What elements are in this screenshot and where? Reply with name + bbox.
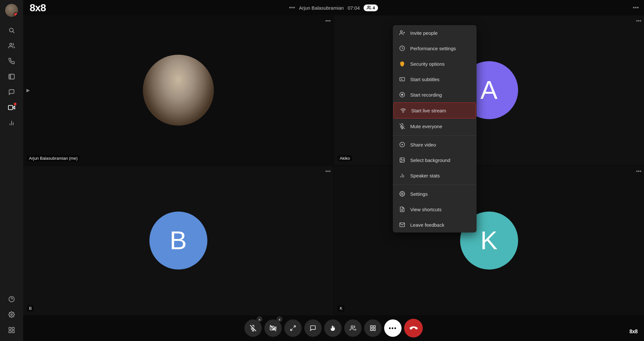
menu-item-share-video[interactable]: Share video — [393, 137, 477, 152]
tune-icon — [399, 45, 406, 52]
avatar-badge — [14, 12, 18, 17]
mic-off-icon — [399, 123, 406, 130]
main-content: 8x8 ••• Arjun Balasubramian 07:04 4 ••• … — [23, 0, 644, 341]
svg-point-2 — [10, 43, 12, 46]
menu-item-security[interactable]: Security options — [393, 56, 477, 71]
menu-item-subtitles[interactable]: Start subtitles — [393, 71, 477, 87]
mic-button[interactable]: ▲ — [244, 319, 262, 337]
sidebar-item-messages[interactable] — [5, 85, 19, 99]
menu-settings-label: Settings — [410, 191, 428, 197]
menu-separator-2 — [393, 185, 477, 185]
share-screen-button[interactable] — [284, 319, 302, 337]
svg-rect-18 — [12, 331, 14, 333]
menu-item-mute-all[interactable]: Mute everyone — [393, 118, 477, 134]
svg-point-14 — [11, 314, 13, 316]
sidebar-item-calls[interactable] — [5, 54, 19, 68]
menu-speaker-stats-label: Speaker stats — [410, 173, 440, 178]
svg-rect-52 — [374, 329, 375, 331]
video-cell-b: B B ••• — [23, 166, 333, 316]
layout-button[interactable] — [364, 319, 382, 337]
menu-item-performance[interactable]: Performance settings — [393, 41, 477, 56]
expand-arrow-arjun[interactable]: ▶ — [26, 88, 30, 93]
svg-point-0 — [9, 28, 13, 32]
svg-point-20 — [400, 31, 402, 33]
svg-rect-24 — [400, 78, 405, 81]
akiko-cell-more[interactable]: ••• — [636, 18, 641, 24]
svg-rect-16 — [12, 327, 14, 330]
video-cell-k: K K ••• — [334, 166, 644, 316]
sidebar-item-settings[interactable] — [5, 308, 19, 322]
menu-livestream-label: Start live stream — [411, 108, 446, 113]
menu-feedback-label: Leave feedback — [410, 222, 444, 228]
video-cell-arjun: ▶ Arjun Balasubramian (me) ••• — [23, 15, 333, 165]
camera-chevron[interactable]: ▲ — [277, 316, 282, 322]
menu-item-settings[interactable]: Settings — [393, 186, 477, 202]
app-logo: 8x8 — [30, 2, 46, 14]
topbar-more-button[interactable]: ••• — [633, 5, 639, 11]
svg-rect-50 — [371, 326, 373, 328]
camera-button[interactable]: ▲ — [264, 319, 282, 337]
sidebar-item-analytics[interactable] — [5, 116, 19, 130]
sidebar-item-support[interactable] — [5, 292, 19, 306]
user-avatar[interactable] — [5, 4, 18, 17]
menu-separator-1 — [393, 135, 477, 136]
svg-marker-32 — [402, 144, 403, 146]
more-actions-button[interactable]: ••• — [384, 319, 402, 337]
svg-point-34 — [401, 159, 402, 159]
video-grid: ▶ Arjun Balasubramian (me) ••• A Akiko •… — [23, 15, 644, 315]
shield-icon — [399, 60, 406, 67]
menu-item-speaker-stats[interactable]: Speaker stats — [393, 168, 477, 183]
menu-item-invite[interactable]: Invite people — [393, 25, 477, 41]
arjun-avatar — [143, 55, 214, 126]
sidebar-item-contacts[interactable] — [5, 39, 19, 53]
sidebar — [0, 0, 23, 341]
person-add-icon — [399, 29, 406, 36]
svg-point-26 — [402, 94, 403, 96]
topbar-center: ••• Arjun Balasubramian 07:04 4 — [289, 5, 378, 11]
sidebar-item-video[interactable] — [5, 100, 19, 115]
svg-rect-8 — [8, 106, 13, 110]
menu-select-bg-label: Select background — [410, 157, 450, 163]
svg-point-27 — [403, 112, 403, 113]
participants-number: 4 — [373, 5, 375, 10]
akiko-name-label: Akiko — [338, 155, 352, 161]
video-cell-akiko: A Akiko ••• — [334, 15, 644, 165]
menu-recording-label: Start recording — [410, 92, 442, 98]
b-avatar: B — [149, 212, 207, 270]
k-cell-more[interactable]: ••• — [636, 168, 641, 174]
svg-line-47 — [294, 326, 296, 328]
brand-logo-bottom: 8x8 — [630, 329, 638, 335]
topbar-options-dots[interactable]: ••• — [289, 5, 295, 11]
menu-item-select-background[interactable]: Select background — [393, 152, 477, 168]
svg-rect-17 — [9, 331, 11, 333]
context-menu: Invite people Performance settings — [393, 25, 477, 232]
more-dots-icon: ••• — [389, 325, 397, 332]
topbar: 8x8 ••• Arjun Balasubramian 07:04 4 ••• — [23, 0, 644, 15]
sidebar-item-directory[interactable] — [5, 70, 19, 84]
menu-item-livestream[interactable]: Start live stream — [393, 102, 476, 118]
b-letter: B — [170, 226, 187, 255]
menu-item-recording[interactable]: Start recording — [393, 87, 477, 102]
image-icon — [399, 156, 406, 164]
mic-chevron[interactable]: ▲ — [257, 316, 262, 322]
play-circle-icon — [399, 141, 406, 148]
participants-count-badge[interactable]: 4 — [364, 5, 378, 11]
menu-security-label: Security options — [410, 61, 445, 67]
settings-icon — [399, 190, 406, 197]
arjun-cell-more[interactable]: ••• — [325, 18, 331, 24]
b-name-label: B — [27, 305, 34, 311]
mail-icon — [399, 221, 406, 228]
k-letter: K — [480, 226, 497, 255]
sidebar-item-search[interactable] — [5, 23, 19, 37]
b-cell-more[interactable]: ••• — [325, 168, 331, 174]
svg-rect-51 — [374, 326, 375, 328]
sidebar-item-apps[interactable] — [5, 323, 19, 337]
participants-button[interactable] — [344, 319, 362, 337]
menu-item-feedback[interactable]: Leave feedback More actions — [393, 217, 477, 232]
chat-button[interactable] — [304, 319, 322, 337]
call-timer: 07:04 — [348, 5, 360, 11]
end-call-button[interactable] — [404, 319, 423, 337]
akiko-letter: A — [480, 75, 497, 105]
raise-hand-button[interactable] — [324, 319, 342, 337]
menu-item-shortcuts[interactable]: View shortcuts — [393, 202, 477, 217]
